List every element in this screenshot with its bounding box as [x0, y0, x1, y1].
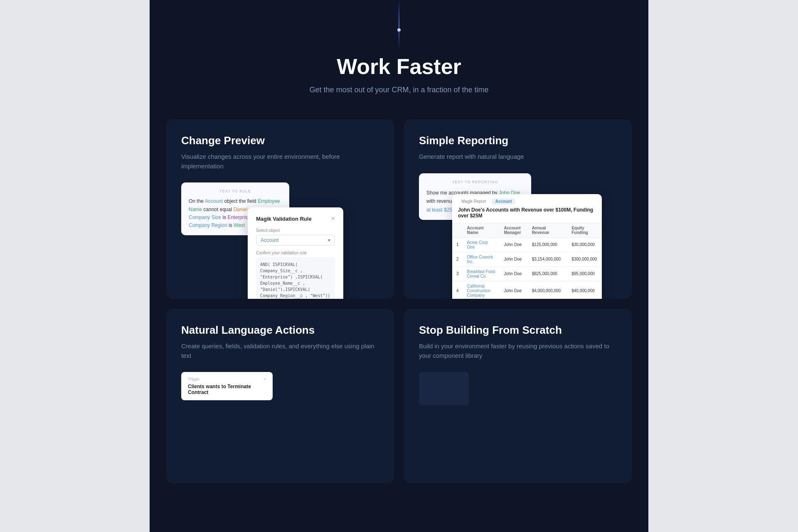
simple-reporting-card: Simple Reporting Generate report with na…	[404, 119, 632, 299]
company-name: Breakfast Food Cereal Co.	[463, 266, 500, 281]
simple-reporting-desc: Generate report with natural language	[419, 152, 617, 162]
text-to-rule-label: TEXT TO RULE	[189, 188, 282, 194]
text-to-report-label: TEXT TO REPORTING	[426, 179, 524, 185]
scratch-placeholder	[419, 372, 469, 405]
modal-title: Magik Validation Rule	[256, 216, 312, 222]
natural-lang-title: Natural Language Actions	[181, 324, 379, 337]
col-account-name: Account Name	[463, 223, 500, 238]
manager: John Doe	[500, 252, 527, 266]
col-revenue: Annual Revenue	[528, 223, 568, 238]
natural-lang-desc: Create queries, fields, validation rules…	[181, 342, 379, 360]
hero-subtitle: Get the most out of your CRM, in a fract…	[150, 86, 648, 94]
change-preview-card: Change Preview Visualize changes across …	[166, 119, 394, 299]
reporting-container: TEXT TO REPORTING Show me accounts manag…	[419, 173, 617, 290]
highlight-company-region: Company Region	[189, 222, 227, 228]
revenue: $3,154,000,000	[528, 252, 568, 266]
col-funding: Equity Funding	[567, 223, 602, 238]
company-name: Acme Corp One	[463, 237, 500, 252]
top-dot-decoration	[397, 28, 401, 32]
trigger-label: Trigger	[188, 377, 200, 381]
row-num: 1	[452, 237, 463, 252]
highlight-enterprise: Enterprise	[227, 214, 250, 220]
change-preview-title: Change Preview	[181, 134, 379, 147]
hero-title: Work Faster	[150, 54, 648, 79]
simple-reporting-title: Simple Reporting	[419, 134, 617, 147]
confirm-rule-label: Confirm your validation rule	[256, 251, 335, 255]
natural-lang-card: Natural Language Actions Create queries,…	[166, 309, 394, 483]
table-row: 2 Office Cowork Inc. John Doe $3,154,000…	[452, 252, 602, 266]
report-tabs: Magik Report Account	[458, 198, 596, 204]
close-icon[interactable]: ×	[264, 377, 266, 381]
col-manager: Account Manager	[500, 223, 527, 238]
cards-grid: Change Preview Visualize changes across …	[150, 119, 648, 500]
select-object-dropdown[interactable]: Account ▾	[256, 235, 335, 246]
highlight-company-size: Company Size	[189, 214, 221, 220]
row-num: 4	[452, 281, 463, 299]
highlight-west: West	[234, 222, 245, 228]
preview-container: TEXT TO RULE On the Account object the f…	[181, 182, 379, 299]
table-header-row: Account Name Account Manager Annual Reve…	[452, 223, 602, 238]
tab-account[interactable]: Account	[492, 198, 515, 204]
table-row: 1 Acme Corp One John Doe $125,000,000 $3…	[452, 237, 602, 252]
company-name: Office Cowork Inc.	[463, 252, 500, 266]
report-table-header: Magik Report Account John Doe's Accounts…	[452, 194, 602, 223]
funding: $40,000,000	[567, 281, 602, 299]
stop-building-title: Stop Building From Scratch	[419, 324, 617, 337]
select-object-label: Select object	[256, 228, 335, 233]
revenue: $125,000,000	[528, 237, 568, 252]
col-num	[452, 223, 463, 238]
report-table: Account Name Account Manager Annual Reve…	[452, 223, 602, 299]
modal-header: Magik Validation Rule ×	[256, 215, 335, 222]
change-preview-desc: Visualize changes across your entire env…	[181, 152, 379, 171]
chevron-down-icon: ▾	[328, 237, 330, 243]
highlight-daniel: Daniel	[233, 207, 247, 212]
top-line-decoration	[399, 0, 399, 50]
page-wrapper: Work Faster Get the most out of your CRM…	[150, 0, 648, 532]
stop-building-desc: Build in your environment faster by reus…	[419, 342, 617, 360]
row-num: 3	[452, 266, 463, 281]
manager: John Doe	[500, 266, 527, 281]
table-row: 4 California Construction Company John D…	[452, 281, 602, 299]
trigger-label-row: Trigger ×	[188, 377, 266, 381]
revenue: $4,000,000,000	[528, 281, 568, 299]
tab-magik-report[interactable]: Magik Report	[458, 198, 489, 204]
close-icon[interactable]: ×	[331, 215, 335, 222]
revenue: $825,000,000	[528, 266, 568, 281]
trigger-box: Trigger × Clients wants to Terminate Con…	[181, 372, 273, 400]
selected-object-value: Account	[261, 237, 278, 243]
table-row: 3 Breakfast Food Cereal Co. John Doe $82…	[452, 266, 602, 281]
report-table-title: John Doe's Accounts with Revenue over $1…	[458, 207, 596, 219]
validation-code: AND( ISPICKVAL( Company_Size__c , "Enter…	[256, 257, 335, 299]
report-table-container: Magik Report Account John Doe's Accounts…	[452, 194, 602, 299]
trigger-title: Clients wants to Terminate Contract	[188, 384, 266, 395]
manager: John Doe	[500, 281, 527, 299]
funding: $30,000,000	[567, 237, 602, 252]
row-num: 2	[452, 252, 463, 266]
funding: $300,000,000	[567, 252, 602, 266]
validation-rule-modal: Magik Validation Rule × Select object Ac…	[248, 207, 343, 299]
manager: John Doe	[500, 237, 527, 252]
company-name: California Construction Company	[463, 281, 500, 299]
stop-building-card: Stop Building From Scratch Build in your…	[404, 309, 632, 483]
funding: $95,000,000	[567, 266, 602, 281]
highlight-account: Account	[205, 198, 223, 204]
